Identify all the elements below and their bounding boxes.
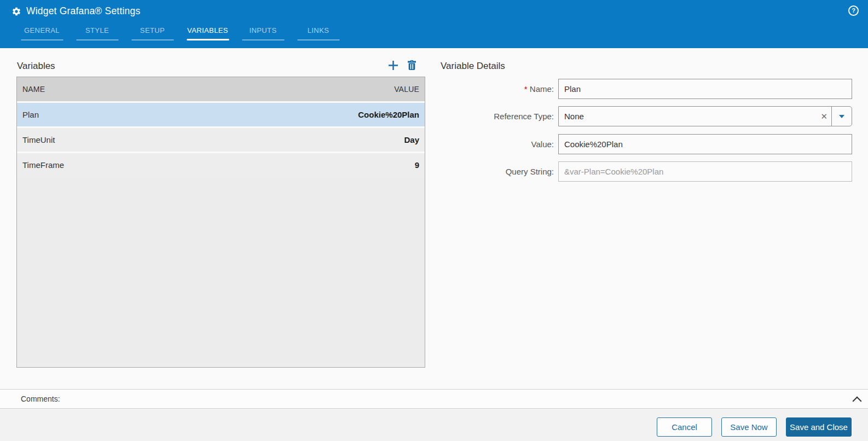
variables-panel-title: Variables [17, 61, 55, 72]
query-string-field [558, 161, 852, 182]
reference-type-label: Reference Type: [454, 106, 554, 126]
delete-variable-button[interactable] [408, 60, 416, 70]
query-string-label: Query String: [454, 161, 554, 182]
dialog-header: Widget Grafana® Settings ? GENERAL STYLE… [0, 0, 868, 48]
value-label: Value: [454, 134, 554, 154]
required-asterisk: * [524, 84, 528, 94]
save-and-close-button[interactable]: Save and Close [786, 417, 852, 437]
footer-bar: Cancel Save Now Save and Close [0, 409, 868, 441]
variables-table: NAME VALUE Plan Cookie%20Plan TimeUnit D… [16, 77, 425, 368]
dropdown-button[interactable] [831, 107, 852, 126]
column-header-name: NAME [22, 85, 45, 94]
value-field[interactable] [558, 134, 852, 154]
name-label: * Name: [454, 79, 554, 99]
tab-general[interactable]: GENERAL [14, 22, 70, 40]
field-row-value: Value: [454, 134, 852, 154]
name-field[interactable] [558, 79, 852, 99]
tab-style[interactable]: STYLE [70, 22, 125, 40]
field-row-name: * Name: [454, 79, 852, 99]
tab-variables[interactable]: VARIABLES [180, 22, 235, 40]
details-panel-title: Variable Details [441, 61, 505, 72]
save-now-button[interactable]: Save Now [721, 417, 777, 437]
table-row-timeframe[interactable]: TimeFrame 9 [17, 152, 425, 177]
help-icon[interactable]: ? [848, 5, 859, 16]
column-header-value: VALUE [394, 85, 419, 94]
table-row-plan[interactable]: Plan Cookie%20Plan [17, 101, 425, 126]
field-row-reference-type: Reference Type: ✕ [454, 106, 852, 126]
variables-table-header: NAME VALUE [17, 77, 425, 101]
cancel-button[interactable]: Cancel [657, 417, 712, 437]
tab-links[interactable]: LINKS [291, 22, 346, 40]
clear-icon[interactable]: ✕ [820, 107, 828, 126]
tab-setup[interactable]: SETUP [125, 22, 180, 40]
table-row-timeunit[interactable]: TimeUnit Day [17, 126, 425, 152]
caret-down-icon [839, 115, 844, 118]
reference-type-field[interactable] [559, 107, 805, 126]
chevron-up-icon[interactable] [853, 397, 862, 406]
dialog-title: Widget Grafana® Settings [26, 5, 140, 17]
tab-inputs[interactable]: INPUTS [235, 22, 291, 40]
field-row-query-string: Query String: [454, 161, 852, 182]
gear-icon [11, 7, 21, 16]
comments-bar: Comments: [0, 389, 868, 409]
reference-type-combobox: ✕ [558, 106, 852, 126]
comments-label: Comments: [21, 390, 60, 408]
tab-bar: GENERAL STYLE SETUP VARIABLES INPUTS LIN… [14, 22, 346, 40]
add-variable-button[interactable] [389, 61, 398, 70]
